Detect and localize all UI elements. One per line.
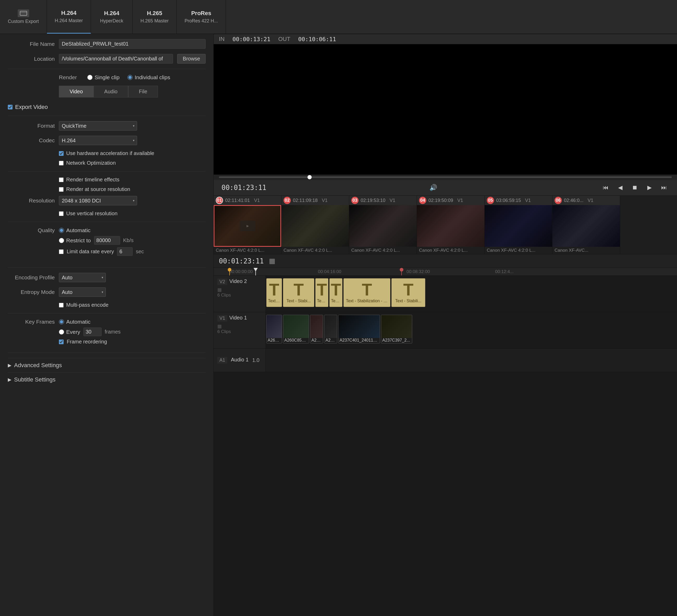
- keyframes-auto-radio[interactable]: [59, 319, 64, 324]
- skip-fwd-btn[interactable]: ⏭: [659, 182, 669, 193]
- text-clip-2-label: Text - Stabi...: [285, 298, 312, 304]
- hw-accel-checkbox[interactable]: [59, 151, 63, 156]
- stop-btn[interactable]: ⏹: [630, 182, 640, 193]
- text-clip-5[interactable]: T Text - Stabilization - Tr...: [344, 278, 390, 307]
- format-select-wrapper: QuickTime: [59, 121, 137, 131]
- resolution-select[interactable]: 2048 x 1080 DCI: [59, 196, 137, 205]
- scrubber-bar[interactable]: [214, 175, 677, 180]
- ruler-mark-1: 00:04:16:00: [318, 269, 342, 274]
- keyframes-every-radio[interactable]: [59, 329, 64, 335]
- prores-main: ProRes: [191, 10, 211, 17]
- video-clip-1[interactable]: A260C...: [266, 315, 282, 344]
- clip-item-6[interactable]: 06 02:46:0... V1 Canon XF-AVC...: [552, 196, 620, 254]
- volume-icon[interactable]: 🔊: [430, 184, 437, 191]
- text-clip-6[interactable]: T Text - Stabili...: [392, 278, 425, 307]
- tab-h264-master[interactable]: H.264 H.264 Master: [47, 0, 91, 34]
- step-back-btn[interactable]: ◀: [615, 182, 625, 193]
- subtitle-settings-header[interactable]: ▶ Subtitle Settings: [8, 372, 206, 387]
- video-clip-3[interactable]: A26...: [310, 315, 323, 344]
- text-clip-4-label: Tex...: [330, 298, 342, 304]
- tab-h265-master[interactable]: H.265 H.265 Master: [133, 0, 177, 34]
- quality-automatic-radio[interactable]: [59, 228, 64, 233]
- codec-select[interactable]: H.264: [59, 136, 137, 145]
- encoding-profile-select[interactable]: Auto: [59, 273, 106, 282]
- tab-custom-export[interactable]: Custom Export: [0, 0, 47, 34]
- keyframes-auto-label[interactable]: Automatic: [59, 319, 90, 325]
- video-clip-6[interactable]: A237C397_2...: [381, 315, 412, 344]
- quality-limit-unit: sec: [136, 249, 144, 255]
- text-clip-4-icon: T: [331, 281, 341, 298]
- scrubber-track[interactable]: [219, 176, 672, 178]
- clip-item-4[interactable]: 04 02:19:50:09 V1 Canon XF-AVC 4:2:0 L..…: [417, 196, 485, 254]
- tab-prores[interactable]: ProRes ProRes 422 H...: [177, 0, 226, 34]
- clip-3-thumb: [349, 205, 417, 247]
- video-clip-4[interactable]: A26...: [324, 315, 337, 344]
- export-video-checkbox[interactable]: [8, 105, 12, 109]
- scrubber-handle[interactable]: [308, 175, 312, 179]
- keyframes-every-text: Every: [66, 329, 80, 335]
- audio-tab-btn[interactable]: Audio: [94, 86, 128, 97]
- skip-back-btn[interactable]: ⏮: [600, 182, 611, 193]
- video-clip-2-thumb: [283, 315, 309, 338]
- keyframes-automatic-row: Automatic: [59, 319, 121, 325]
- multi-pass-checkbox[interactable]: [59, 303, 63, 307]
- frame-reordering-row: Frame reordering: [59, 339, 121, 345]
- video-tab-btn[interactable]: Video: [59, 86, 94, 97]
- text-clip-1[interactable]: T Text -...: [266, 278, 282, 307]
- entropy-mode-row: Entropy Mode Auto: [8, 288, 206, 297]
- render-source-res-checkbox[interactable]: [59, 187, 63, 192]
- text-clip-2[interactable]: T Text - Stabi...: [283, 278, 314, 307]
- render-timeline-effects-checkbox[interactable]: [59, 177, 63, 182]
- quality-restrict-input[interactable]: [94, 236, 120, 245]
- out-value: 00:10:06:11: [298, 36, 336, 42]
- video-clip-5-label: A237C401_240115TE...: [338, 338, 380, 343]
- text-clip-3[interactable]: T Tex...: [315, 278, 328, 307]
- timeline-icon: ▦: [269, 257, 275, 265]
- individual-clips-radio[interactable]: [127, 75, 133, 80]
- video-clip-4-label: A26...: [324, 338, 337, 343]
- hw-accel-label: Use hardware acceleration if available: [66, 150, 154, 156]
- file-tab-btn[interactable]: File: [128, 86, 158, 97]
- clip-6-timecode: 02:46:0...: [564, 198, 583, 203]
- video-clip-2[interactable]: A260C859_...: [283, 315, 309, 344]
- file-name-input[interactable]: [59, 39, 206, 49]
- use-vertical-res-checkbox[interactable]: [59, 211, 63, 216]
- frame-reordering-label: Frame reordering: [67, 339, 107, 345]
- keyframes-every-label[interactable]: Every: [59, 329, 80, 335]
- out-label: OUT: [278, 36, 290, 42]
- format-select[interactable]: QuickTime: [59, 121, 137, 131]
- clip-item-3[interactable]: 03 02:19:53:10 V1 Canon XF-AVC 4:2:0 L..…: [349, 196, 417, 254]
- timeline-area: 00:01:23:11 ▦ 00:00:00:00 00:04:16:00 00…: [214, 254, 677, 616]
- quality-label: Quality: [8, 227, 55, 233]
- keyframes-every-input[interactable]: [83, 327, 102, 336]
- quality-automatic-label[interactable]: Automatic: [59, 227, 90, 233]
- clip-item-5[interactable]: 05 03:06:59:15 V1 Canon XF-AVC 4:2:0 L..…: [485, 196, 552, 254]
- text-clip-4[interactable]: T Tex...: [329, 278, 343, 307]
- tab-h264-hyperdeck[interactable]: H.264 HyperDeck: [91, 0, 133, 34]
- subtitle-settings-label: Subtitle Settings: [14, 376, 55, 383]
- preview-area: [214, 44, 677, 175]
- location-input[interactable]: [59, 54, 173, 63]
- single-clip-label[interactable]: Single clip: [87, 74, 120, 81]
- clip-item-2[interactable]: 02 02:11:09:18 V1 Canon XF-AVC 4:2:0 L..…: [281, 196, 349, 254]
- browse-button[interactable]: Browse: [177, 54, 206, 63]
- ruler-mark-0: 00:00:00:00: [229, 269, 253, 274]
- single-clip-radio[interactable]: [87, 75, 92, 80]
- advanced-settings-header[interactable]: ▶ Advanced Settings: [8, 358, 206, 372]
- quality-restrict-text: Restrict to: [66, 237, 91, 244]
- quality-restrict-radio[interactable]: [59, 238, 64, 243]
- quality-restrict-label[interactable]: Restrict to: [59, 237, 91, 244]
- clip-item-1[interactable]: 01 02:11:41:01 V1 ▶ Canon XF-AVC 4:2:0 L…: [214, 196, 281, 254]
- individual-clips-label[interactable]: Individual clips: [127, 74, 170, 81]
- format-row: Format QuickTime: [8, 121, 206, 131]
- in-value: 00:00:13:21: [232, 36, 270, 42]
- quality-limit-input[interactable]: [117, 247, 133, 256]
- play-btn[interactable]: ▶: [644, 182, 655, 193]
- video-clip-5[interactable]: A237C401_240115TE...: [338, 315, 380, 344]
- custom-export-label: Custom Export: [8, 19, 39, 24]
- video-clip-6-thumb: [381, 315, 412, 338]
- quality-limit-checkbox[interactable]: [59, 249, 63, 254]
- frame-reordering-checkbox[interactable]: [59, 340, 63, 344]
- network-opt-checkbox[interactable]: [59, 161, 63, 166]
- entropy-mode-select[interactable]: Auto: [59, 288, 106, 297]
